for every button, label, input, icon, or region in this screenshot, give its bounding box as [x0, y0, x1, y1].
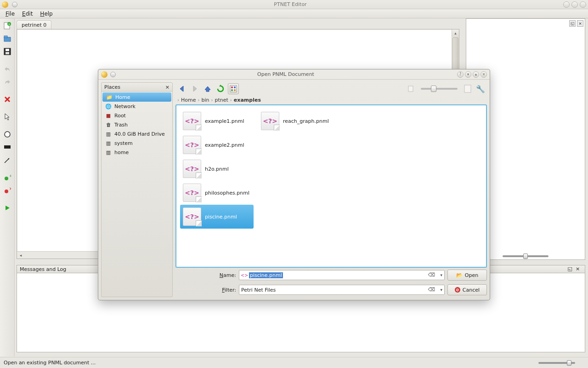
nav-reload-button[interactable]: [215, 83, 226, 94]
dialog-help-button[interactable]: ?: [457, 71, 464, 78]
places-panel: Places × 📁Home 🌐Network ■Root 🗑Trash ▥40…: [101, 82, 173, 297]
dialog-close-button[interactable]: ×: [481, 71, 487, 78]
svg-rect-16: [234, 86, 236, 88]
svg-text:+: +: [8, 23, 11, 26]
undo-button[interactable]: [2, 63, 13, 75]
dialog-max-button[interactable]: ▴: [473, 71, 479, 78]
window-titlebar: PTNET Editor: [0, 0, 588, 9]
status-zoom-slider[interactable]: [538, 362, 575, 364]
breadcrumb: › Home › bin › ptnet › examples: [175, 95, 487, 104]
cursor-tool[interactable]: [2, 111, 13, 122]
panel-float-button[interactable]: ◱: [569, 20, 576, 27]
app-icon: [2, 1, 8, 8]
place-tool[interactable]: [2, 129, 13, 140]
chevron-right-icon: ›: [211, 98, 213, 103]
delete-button[interactable]: [2, 94, 13, 105]
places-list: 📁Home 🌐Network ■Root 🗑Trash ▥40.0 GiB Ha…: [101, 92, 173, 297]
place-home[interactable]: 📁Home: [102, 92, 171, 102]
pin-icon[interactable]: [12, 2, 17, 7]
place-home2[interactable]: ▥home: [102, 148, 172, 157]
place-drive[interactable]: ▥40.0 GiB Hard Drive: [102, 129, 172, 138]
dropdown-icon[interactable]: ▾: [440, 273, 442, 277]
save-doc-button[interactable]: [2, 46, 13, 57]
svg-point-10: [5, 177, 8, 180]
arc-tool[interactable]: [2, 155, 13, 166]
maximize-button[interactable]: [571, 1, 578, 8]
small-icons-button[interactable]: [405, 83, 416, 94]
chevron-right-icon: ›: [198, 98, 199, 103]
minimize-button[interactable]: [563, 1, 570, 8]
document-tabs: petrinet 0: [17, 19, 51, 29]
place-trash[interactable]: 🗑Trash: [102, 120, 172, 129]
add-token-button[interactable]: +: [2, 172, 13, 183]
dialog-titlebar[interactable]: Open PNML Document ? ▾ ▴ ×: [98, 69, 490, 80]
places-header-label: Places: [104, 84, 120, 90]
place-system[interactable]: ▥system: [102, 138, 172, 148]
filter-input[interactable]: Petri Net Files ⌫ ▾: [239, 285, 445, 295]
dialog-pin-icon[interactable]: [110, 72, 116, 77]
transition-tool[interactable]: [2, 142, 13, 153]
view-icons-button[interactable]: [228, 83, 239, 94]
menu-help[interactable]: Help: [36, 10, 56, 18]
place-root[interactable]: ■Root: [102, 111, 172, 120]
crumb-bin[interactable]: bin: [201, 97, 209, 103]
dialog-title: Open PNML Document: [116, 71, 456, 77]
toolbar: + + ×: [0, 18, 15, 356]
clear-input-icon[interactable]: ⌫: [428, 287, 435, 293]
panel-zoom-slider[interactable]: [503, 255, 548, 257]
menu-file[interactable]: File: [2, 10, 18, 18]
svg-text:+: +: [9, 174, 11, 178]
close-button[interactable]: [580, 1, 586, 8]
new-doc-button[interactable]: +: [2, 20, 13, 31]
status-text: Open an existing PNML document ...: [4, 360, 96, 366]
pnml-file-icon: <?>: [261, 112, 279, 130]
drive-icon: ▥: [105, 140, 112, 146]
dropdown-icon[interactable]: ▾: [440, 288, 442, 292]
name-input[interactable]: <> piscine.pnml ⌫ ▾: [239, 270, 445, 280]
nav-back-button[interactable]: [176, 83, 187, 94]
drive-icon: ▥: [105, 131, 112, 137]
open-button[interactable]: 📂Open: [447, 270, 487, 281]
remove-token-button[interactable]: ×: [2, 185, 13, 196]
crumb-ptnet[interactable]: ptnet: [215, 97, 228, 103]
file-item[interactable]: <?>h2o.pnml: [180, 157, 254, 181]
pnml-file-icon: <?>: [183, 136, 201, 154]
messages-close-button[interactable]: ×: [576, 266, 582, 272]
file-item-selected[interactable]: <?>piscine.pnml: [180, 205, 254, 229]
messages-float-button[interactable]: ◱: [568, 266, 574, 272]
redo-button[interactable]: [2, 76, 13, 87]
cancel-button[interactable]: ⊘Cancel: [447, 284, 487, 295]
place-network[interactable]: 🌐Network: [102, 102, 172, 111]
file-item[interactable]: <?>philosophes.pnml: [180, 181, 254, 205]
run-button[interactable]: [2, 202, 13, 213]
dialog-min-button[interactable]: ▾: [465, 71, 471, 78]
filetype-icon: <>: [241, 272, 248, 278]
crumb-home[interactable]: Home: [181, 97, 196, 103]
clear-input-icon[interactable]: ⌫: [428, 272, 435, 278]
window-title: PTNET Editor: [17, 1, 563, 7]
crumb-examples[interactable]: examples: [234, 97, 261, 103]
filter-label: Filter:: [175, 287, 236, 293]
settings-button[interactable]: 🔧: [475, 83, 486, 94]
trash-icon: 🗑: [105, 121, 112, 128]
svg-rect-9: [4, 145, 11, 149]
panel-close-button[interactable]: ×: [577, 20, 583, 27]
tab-petrinet0[interactable]: petrinet 0: [17, 20, 51, 29]
pnml-file-icon: <?>: [183, 184, 201, 202]
icon-size-slider[interactable]: [421, 88, 458, 90]
open-icon: 📂: [456, 272, 463, 278]
places-close-icon[interactable]: ×: [165, 84, 170, 90]
home-folder-icon: 📁: [106, 94, 113, 100]
menu-edit[interactable]: Edit: [18, 10, 36, 18]
file-item[interactable]: <?>example1.pnml: [180, 109, 254, 133]
navigation-toolbar: 🔧: [175, 82, 487, 95]
open-doc-button[interactable]: [2, 33, 13, 44]
dialog-app-icon: [101, 71, 107, 78]
file-list[interactable]: <?>example1.pnml <?>example2.pnml <?>h2o…: [175, 104, 487, 268]
file-item[interactable]: <?>example2.pnml: [180, 133, 254, 157]
nav-up-button[interactable]: [202, 83, 213, 94]
nav-forward-button[interactable]: [189, 83, 200, 94]
svg-point-8: [5, 132, 10, 137]
file-item[interactable]: <?>reach_graph.pnml: [258, 109, 332, 133]
large-icons-button[interactable]: [462, 83, 473, 94]
